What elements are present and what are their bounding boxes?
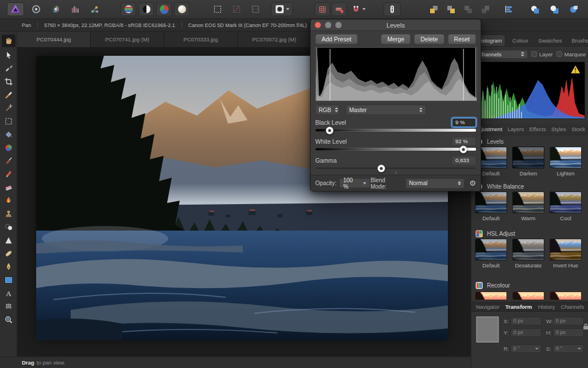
tab-effects[interactable]: Effects (529, 126, 546, 132)
levels-section-header[interactable]: Levels (471, 137, 588, 146)
recolour-section-header[interactable]: Recolour (471, 281, 588, 290)
move-to-back-button[interactable] (478, 2, 493, 16)
show-grid-button[interactable] (315, 2, 330, 16)
snapping-toggle-button[interactable] (348, 2, 369, 16)
black-level-input[interactable]: 9 % (452, 118, 476, 127)
auto-colours-button[interactable] (156, 2, 172, 16)
add-preset-button[interactable]: Add Preset (315, 34, 358, 44)
gear-icon[interactable]: ⚙ (469, 179, 476, 187)
levels-histogram[interactable] (315, 47, 477, 101)
tab-swatches[interactable]: Swatches (535, 35, 564, 46)
preset-hsl-default[interactable]: Default (475, 239, 507, 269)
liquify-persona-button[interactable] (28, 2, 44, 16)
tone-mapping-persona-button[interactable] (67, 2, 83, 16)
move-forward-button[interactable] (443, 2, 459, 16)
marquee-checkbox[interactable] (556, 51, 562, 57)
preset-wb-cool[interactable]: Cool (550, 191, 582, 221)
preset-recolour-3[interactable] (550, 292, 582, 300)
mesh-warp-tool[interactable] (2, 301, 16, 312)
flood-fill-tool[interactable] (2, 129, 16, 140)
white-level-knob[interactable] (459, 145, 467, 153)
shear-field[interactable]: 0 ° (553, 344, 584, 353)
boolean-subtract-button[interactable] (547, 2, 562, 16)
move-tool[interactable] (2, 50, 16, 60)
preset-recolour-1[interactable] (475, 292, 507, 300)
lock-aspect-icon[interactable] (582, 322, 588, 330)
boolean-divide-button[interactable] (566, 2, 582, 16)
alignment-button[interactable] (501, 2, 516, 16)
document-tab[interactable]: PC070444.jpg (17, 32, 91, 47)
move-to-front-button[interactable] (426, 2, 442, 16)
paint-brush-tool[interactable] (2, 156, 16, 166)
photo-persona-button[interactable] (7, 2, 24, 16)
gamma-input[interactable]: 0,833 (452, 156, 476, 165)
white-level-input[interactable]: 92 % (452, 137, 476, 146)
black-level-knob[interactable] (326, 126, 334, 134)
magic-wand-tool[interactable] (2, 103, 16, 113)
colour-picker-tool[interactable] (2, 63, 16, 74)
snapping-presets-button[interactable] (331, 2, 347, 16)
dodge-tool[interactable] (2, 222, 16, 232)
tab-layers[interactable]: Layers (508, 126, 524, 132)
auto-contrast-button[interactable] (138, 2, 154, 16)
gamma-knob[interactable] (377, 164, 385, 172)
document-tab[interactable]: PC070072.jpg (M) (238, 32, 311, 47)
clone-stamp-tool[interactable] (2, 209, 16, 219)
move-backward-button[interactable] (461, 2, 476, 16)
gradient-tool[interactable] (2, 143, 16, 153)
document-tab[interactable]: PC070333.jpg (164, 32, 238, 47)
warning-icon[interactable] (571, 66, 580, 74)
eraser-tool[interactable] (2, 182, 16, 193)
deselect-button[interactable] (229, 2, 244, 16)
tab-transform[interactable]: Transform (505, 304, 532, 310)
reset-button[interactable]: Reset (448, 34, 476, 44)
preset-levels-lighten[interactable]: Lighten (550, 147, 582, 177)
assistant-button[interactable] (384, 2, 401, 16)
layer-checkbox[interactable] (531, 51, 537, 57)
rotation-field[interactable]: 0 ° (510, 344, 541, 353)
develop-persona-button[interactable] (48, 2, 63, 16)
merge-button[interactable]: Merge (381, 34, 411, 44)
boolean-add-button[interactable] (527, 2, 543, 16)
preset-hsl-invert-hue[interactable]: Invert Hue (550, 239, 582, 269)
tab-channels[interactable]: Channels (561, 304, 584, 310)
opacity-dropdown[interactable]: 100 % (339, 178, 371, 188)
gamma-slider[interactable] (315, 167, 476, 169)
tab-history[interactable]: History (538, 304, 555, 310)
text-tool[interactable]: A (2, 288, 16, 298)
burn-tool[interactable] (2, 195, 16, 206)
healing-patch-tool[interactable] (2, 248, 16, 259)
document-tab[interactable]: PC070741.jpg (M) (91, 32, 164, 47)
invert-selection-button[interactable] (247, 2, 263, 16)
crop-tool[interactable] (2, 76, 16, 87)
marquee-select-tool[interactable] (2, 116, 16, 126)
tab-stock[interactable]: Stock (571, 126, 585, 132)
master-dropdown[interactable]: Master (346, 105, 426, 115)
preset-wb-default[interactable]: Default (475, 191, 507, 221)
auto-levels-button[interactable] (121, 2, 136, 16)
blend-mode-dropdown[interactable]: Normal (405, 178, 465, 189)
rectangle-tool[interactable] (2, 275, 16, 285)
channels-dropdown[interactable]: Channels (475, 50, 528, 59)
y-field[interactable]: 0 px (510, 328, 541, 337)
tab-styles[interactable]: Styles (551, 126, 566, 132)
preset-wb-warm[interactable]: Warm (512, 191, 544, 221)
healing-brush-tool[interactable] (2, 90, 16, 100)
channel-dropdown[interactable]: RGB (315, 105, 339, 115)
white-balance-section-header[interactable]: White Balance (471, 182, 588, 191)
black-level-slider[interactable] (315, 129, 476, 132)
h-field[interactable]: 0 px (553, 328, 584, 337)
export-persona-button[interactable] (87, 2, 102, 16)
tab-navigator[interactable]: Navigator (476, 304, 500, 310)
mask-options-button[interactable] (271, 2, 293, 16)
tab-colour[interactable]: Colour (509, 35, 531, 46)
hsl-section-header[interactable]: HSL Adjust (471, 229, 588, 238)
zoom-tool[interactable] (2, 315, 16, 325)
white-level-slider[interactable] (315, 148, 476, 151)
auto-white-balance-button[interactable] (174, 2, 189, 16)
tab-brushes[interactable]: Brushes (568, 35, 588, 46)
pixel-brush-tool[interactable] (2, 169, 16, 179)
levels-dialog-titlebar[interactable]: Levels (311, 20, 481, 31)
delete-button[interactable]: Delete (414, 34, 444, 44)
w-field[interactable]: 0 px (553, 317, 584, 325)
